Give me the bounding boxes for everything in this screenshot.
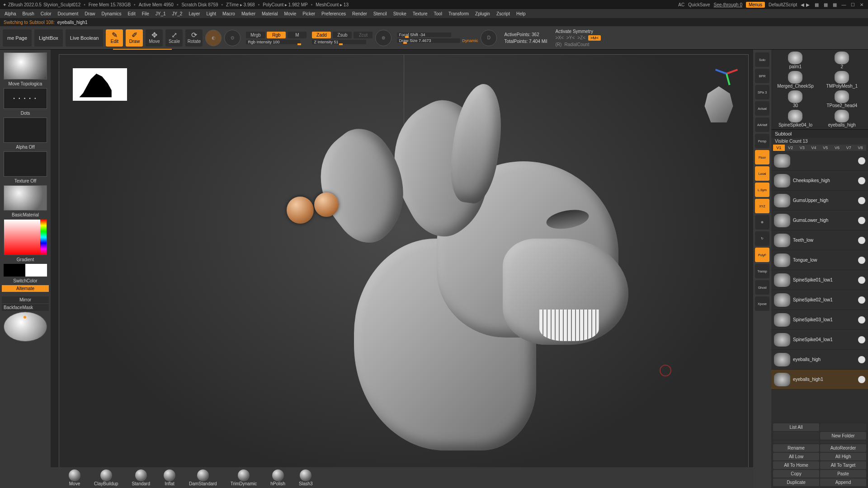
move-button[interactable]: ✥Move: [146, 29, 163, 47]
sym-z[interactable]: >Z<: [577, 35, 585, 41]
defaultzscript-button[interactable]: DefaultZScript: [769, 2, 797, 7]
focal-shift-slider[interactable]: Focal Shift -34: [397, 33, 451, 37]
action-new-folder[interactable]: New Folder: [820, 432, 866, 440]
menus-button[interactable]: Menus: [746, 2, 765, 8]
axis-gizmo[interactable]: [713, 59, 740, 86]
tool-thumb[interactable]: TPose2_head4: [820, 90, 864, 108]
seethrough-slider[interactable]: See-through 0: [714, 2, 742, 7]
visibility-icon[interactable]: [858, 376, 865, 383]
visibility-icon[interactable]: [858, 296, 865, 304]
dock-solo[interactable]: Solo: [755, 52, 769, 67]
dock-persp[interactable]: Persp: [755, 134, 769, 148]
menu-texture[interactable]: Texture: [413, 11, 428, 16]
menu-zscript[interactable]: Zscript: [496, 11, 510, 16]
menu-movie[interactable]: Movie: [284, 11, 297, 16]
tool-thumb[interactable]: 2: [820, 52, 864, 69]
shelf-brush-move[interactable]: Move: [69, 469, 80, 486]
action-duplicate[interactable]: Duplicate: [773, 479, 819, 486]
visibility-icon[interactable]: [858, 177, 865, 184]
draw-button[interactable]: ✐Draw: [126, 29, 143, 47]
dock-actual[interactable]: Actual: [755, 101, 769, 116]
tool-thumb[interactable]: Merged_CheekSp: [773, 71, 818, 89]
mrgb-button[interactable]: Mrgb: [246, 32, 265, 38]
zsub-button[interactable]: Zsub: [333, 32, 352, 38]
subtool-row[interactable]: Cheekspikes_high: [771, 171, 868, 191]
material-thumbnail[interactable]: [4, 185, 47, 211]
zcut-button[interactable]: Zcut: [354, 32, 373, 38]
dock-xpose[interactable]: Xpose: [755, 296, 769, 311]
brush-thumbnail[interactable]: [4, 52, 47, 80]
dock-transp[interactable]: Transp: [755, 264, 769, 278]
tool-thumb[interactable]: SpineSpike04_lo: [773, 110, 818, 127]
dock-aahalf[interactable]: AAHalf: [755, 117, 769, 132]
texture-thumbnail[interactable]: [4, 151, 47, 177]
draw-size-slider[interactable]: Draw Size 7.4673: [397, 38, 460, 43]
gradient-label[interactable]: Gradient: [2, 256, 49, 263]
action-paste[interactable]: Paste: [820, 470, 866, 478]
dynamic-button[interactable]: D: [481, 30, 497, 46]
subtool-row[interactable]: Tongue_low: [771, 250, 868, 270]
dock-[interactable]: ↻: [755, 231, 769, 246]
menu-macro[interactable]: Macro: [222, 11, 235, 16]
radial-count[interactable]: RadialCount: [564, 42, 589, 47]
action-all-high[interactable]: All High: [820, 453, 866, 460]
dock-xyz[interactable]: XYZ: [755, 199, 769, 213]
action-rename[interactable]: Rename: [773, 444, 819, 452]
visibility-icon[interactable]: [858, 237, 865, 244]
menu-jy_1[interactable]: JY_1: [156, 11, 166, 16]
subtool-list[interactable]: Cheekspikes_highGumsUpper_highGumsLower_…: [771, 151, 868, 422]
menu-zplugin[interactable]: Zplugin: [475, 11, 490, 16]
menu-draw[interactable]: Draw: [85, 11, 95, 16]
menu-material[interactable]: Material: [262, 11, 278, 16]
menu-stencil[interactable]: Stencil: [373, 11, 387, 16]
tool-thumb[interactable]: 30: [773, 90, 818, 108]
shelf-brush-damstandard[interactable]: DamStandard: [189, 469, 217, 486]
visibility-icon[interactable]: [858, 157, 865, 164]
quicksave-button[interactable]: QuickSave: [688, 2, 710, 7]
menu-edit[interactable]: Edit: [127, 11, 135, 16]
activate-symmetry-label[interactable]: Activate Symmetry: [556, 29, 601, 34]
visibility-icon[interactable]: [858, 217, 865, 224]
tool-thumb[interactable]: palm1: [773, 52, 818, 69]
subtool-row[interactable]: eyeballs_high: [771, 350, 868, 370]
subtool-row[interactable]: GumsLower_high: [771, 211, 868, 230]
dock-lsym[interactable]: L.Sym: [755, 183, 769, 197]
visibility-icon[interactable]: [858, 257, 865, 264]
visible-count[interactable]: Visible Count 13: [771, 138, 868, 145]
subtool-row[interactable]: SpineSpike03_low1: [771, 310, 868, 330]
sym-y[interactable]: >Y<: [566, 35, 575, 41]
viewport[interactable]: [51, 50, 753, 488]
gizmo-button[interactable]: ◐: [205, 30, 222, 46]
alpha-thumbnail[interactable]: [4, 117, 47, 143]
sym-x[interactable]: >X<: [556, 35, 564, 41]
tool-thumb[interactable]: eyeballs_high: [820, 110, 864, 127]
rgb-button[interactable]: Rgb: [267, 32, 286, 38]
shelf-brush-standard[interactable]: Standard: [132, 469, 150, 486]
subtool-row[interactable]: SpineSpike01_low1: [771, 270, 868, 290]
menu-dynamics[interactable]: Dynamics: [102, 11, 122, 16]
sym-m[interactable]: >M<: [588, 35, 601, 41]
window-icons[interactable]: ◀▶ ▦ ▦ ▦ — ☐ ✕: [801, 2, 865, 7]
zadd-button[interactable]: Zadd: [312, 32, 331, 38]
vis-tab-V7[interactable]: V7: [843, 145, 855, 151]
menu-brush[interactable]: Brush: [23, 11, 34, 16]
rotate-button[interactable]: ⟳Rotate: [185, 29, 203, 47]
subtool-row[interactable]: GumsUpper_high: [771, 191, 868, 211]
visibility-icon[interactable]: [858, 197, 865, 204]
shelf-brush-claybuildup[interactable]: ClayBuildup: [94, 469, 118, 486]
shelf-brush-hpolish[interactable]: hPolish: [270, 469, 285, 486]
menu-tool[interactable]: Tool: [434, 11, 442, 16]
menu-color[interactable]: Color: [41, 11, 52, 16]
vis-tab-V3[interactable]: V3: [797, 145, 808, 151]
visibility-icon[interactable]: [858, 356, 865, 363]
scale-button[interactable]: ⤢Scale: [165, 29, 183, 47]
dock-local[interactable]: Local: [755, 166, 769, 181]
vis-tab-V1[interactable]: V1: [773, 145, 785, 151]
alternate-button[interactable]: Alternate: [2, 285, 49, 292]
canvas[interactable]: [59, 54, 749, 485]
mirror-button[interactable]: Mirror: [2, 296, 49, 303]
dynamic-label[interactable]: Dynamic: [462, 38, 478, 43]
lightbox-button[interactable]: LightBox: [34, 29, 63, 47]
menu-file[interactable]: File: [142, 11, 149, 16]
tool-thumb[interactable]: TMPolyMesh_1: [820, 71, 864, 89]
